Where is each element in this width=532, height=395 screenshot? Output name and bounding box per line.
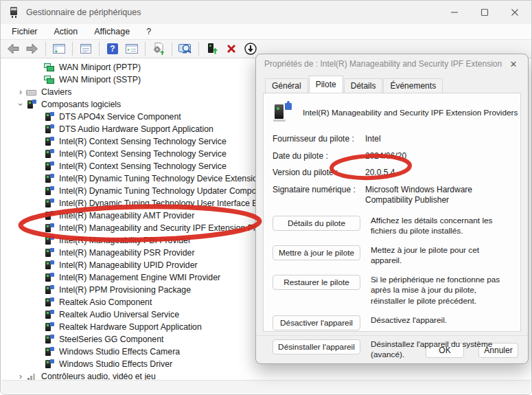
software-component-icon bbox=[44, 273, 55, 283]
field-label-version: Version du pilote : bbox=[273, 168, 365, 179]
dialog-title: Propriétés de : Intel(R) Manageability a… bbox=[264, 59, 505, 69]
back-icon[interactable] bbox=[5, 41, 21, 56]
tree-item-label: Intel(R) Management Engine WMI Provider bbox=[59, 273, 220, 282]
driver-tab-pane: Intel(R) Manageability and Security IPF … bbox=[263, 93, 521, 332]
tree-item-label: Intel(R) PPM Provisioning Package bbox=[59, 285, 191, 295]
disable-device-description: Désactivez l'appareil. bbox=[371, 315, 512, 326]
status-bar bbox=[1, 380, 531, 394]
maximize-icon[interactable] bbox=[479, 7, 490, 18]
device-header: Intel(R) Manageability and Security IPF … bbox=[273, 103, 512, 122]
software-component-icon bbox=[44, 347, 55, 357]
network-adapter-icon bbox=[44, 63, 55, 73]
toolbar-separator bbox=[145, 42, 146, 56]
software-component-icon bbox=[44, 335, 55, 345]
tab-general[interactable]: Général bbox=[265, 78, 308, 93]
list-view-icon[interactable] bbox=[124, 41, 140, 56]
software-component-icon bbox=[44, 199, 55, 209]
title-bar: Gestionnaire de périphériques bbox=[1, 1, 531, 24]
field-label-signataire: Signataire numérique : bbox=[273, 185, 365, 206]
tab-evenements[interactable]: Événements bbox=[383, 78, 443, 93]
menu-fichier[interactable]: Fichier bbox=[3, 25, 46, 38]
toolbar-separator bbox=[45, 42, 46, 56]
action-row: Détails du pilote Affichez les détails c… bbox=[273, 216, 512, 236]
menu-help[interactable]: ? bbox=[138, 25, 159, 38]
field-value-date: 2024/06/20 bbox=[365, 151, 512, 162]
driver-details-description: Affichez les détails concernant les fich… bbox=[371, 216, 512, 236]
software-component-icon bbox=[44, 211, 55, 221]
menu-action[interactable]: Action bbox=[46, 25, 86, 38]
software-component-icon bbox=[44, 149, 55, 159]
update-driver-button[interactable]: Mettre à jour le pilote bbox=[273, 245, 360, 260]
menu-affichage[interactable]: Affichage bbox=[86, 25, 138, 38]
tree-item-label: Realtek Asio Component bbox=[59, 297, 152, 307]
tree-item-label: Intel(R) Dynamic Tuning Technology Devic… bbox=[59, 174, 270, 183]
scan-hardware-changes-icon[interactable] bbox=[150, 41, 167, 56]
software-component-icon bbox=[44, 322, 55, 332]
field-label-fournisseur: Fournisseur du pilote : bbox=[273, 134, 365, 145]
chevron-collapsed-icon[interactable]: › bbox=[15, 87, 26, 97]
software-component-icon bbox=[44, 297, 55, 308]
uninstall-device-button[interactable]: Désinstaller l'appareil bbox=[273, 339, 360, 354]
driver-actions: Détails du pilote Affichez les détails c… bbox=[273, 216, 512, 360]
dialog-tabs: Général Pilote Détails Événements bbox=[265, 76, 443, 93]
software-component-icon bbox=[44, 359, 55, 370]
software-component-icon bbox=[26, 100, 37, 110]
software-component-icon bbox=[44, 310, 55, 320]
field-label-date: Date du pilote : bbox=[273, 151, 365, 162]
software-component-icon bbox=[44, 236, 55, 246]
forward-icon[interactable] bbox=[24, 41, 41, 56]
update-driver-icon[interactable] bbox=[204, 41, 220, 56]
uninstall-device-icon[interactable] bbox=[223, 41, 240, 56]
driver-fields: Fournisseur du pilote : Intel Date du pi… bbox=[273, 134, 512, 206]
window-controls bbox=[449, 7, 523, 18]
tree-item-label: Intel(R) Context Sensing Technology Serv… bbox=[59, 161, 227, 171]
tab-pilote[interactable]: Pilote bbox=[309, 76, 343, 93]
tree-item-label: Intel(R) Manageability UPID Provider bbox=[59, 260, 198, 270]
keyboard-icon bbox=[26, 87, 37, 98]
toolbar-separator bbox=[99, 42, 100, 56]
tree-item-label: Windows Studio Effects Driver bbox=[59, 359, 172, 369]
action-row: Mettre à jour le pilote Mettez à jour le… bbox=[273, 245, 512, 266]
uninstall-device-description: Désinstallez l'appareil du système (avan… bbox=[371, 339, 512, 360]
field-value-signataire: Microsoft Windows Hardware Compatibility… bbox=[365, 185, 512, 206]
chevron-expanded-icon[interactable]: › bbox=[16, 99, 25, 110]
tree-item-label: Intel(R) Manageability PBI Provider bbox=[59, 236, 191, 245]
software-component-icon bbox=[44, 260, 55, 271]
device-name: Intel(R) Manageability and Security IPF … bbox=[303, 108, 518, 117]
window-title: Gestionnaire de périphériques bbox=[26, 8, 141, 17]
update-driver-description: Mettez à jour le pilote pour cet apparei… bbox=[371, 245, 512, 266]
driver-details-button[interactable]: Détails du pilote bbox=[273, 216, 360, 231]
svg-text:?: ? bbox=[110, 44, 115, 54]
tree-item-label: DTS APO4x Service Component bbox=[59, 112, 181, 122]
tree-item[interactable]: ›Contrôleurs audio, vidéo et jeu bbox=[1, 370, 531, 381]
software-component-icon bbox=[44, 248, 55, 258]
software-component-icon bbox=[44, 112, 55, 122]
properties-icon[interactable] bbox=[78, 41, 94, 56]
show-console-tree-icon[interactable] bbox=[51, 41, 67, 56]
tree-item-label: SteelSeries GG Component bbox=[59, 335, 163, 344]
toolbar-separator bbox=[172, 42, 172, 56]
tree-item-label: Intel(R) Dynamic Tuning Technology User … bbox=[59, 199, 269, 208]
minimize-icon[interactable] bbox=[449, 7, 460, 18]
software-component-icon bbox=[44, 174, 55, 184]
action-row: Désinstaller l'appareil Désinstallez l'a… bbox=[273, 339, 512, 360]
search-computer-icon[interactable] bbox=[177, 41, 194, 56]
tree-item-label: Realtek Audio Universal Service bbox=[59, 310, 179, 319]
software-component-icon bbox=[44, 137, 55, 147]
tree-item-label: Intel(R) Dynamic Tuning Technology Updat… bbox=[59, 186, 266, 196]
properties-dialog: Propriétés de : Intel(R) Manageability a… bbox=[255, 54, 529, 364]
disable-device-button[interactable]: Désactiver l'appareil bbox=[273, 315, 360, 330]
tab-details[interactable]: Détails bbox=[344, 78, 383, 93]
device-manager-app-icon bbox=[9, 7, 19, 18]
roll-back-driver-button[interactable]: Restaurer le pilote bbox=[273, 275, 360, 290]
tree-item-label: Claviers bbox=[41, 87, 71, 97]
audio-video-game-icon bbox=[26, 372, 37, 381]
tree-item-label: Realtek Hardware Support Application bbox=[59, 322, 202, 332]
dialog-close-icon[interactable]: ✕ bbox=[507, 58, 520, 70]
action-row: Restaurer le pilote Si le périphérique n… bbox=[273, 275, 512, 306]
close-icon[interactable] bbox=[509, 7, 520, 18]
help-icon[interactable]: ? bbox=[104, 41, 121, 56]
tree-item-label: WAN Miniport (SSTP) bbox=[59, 75, 141, 84]
software-component-icon bbox=[44, 124, 55, 135]
network-adapter-icon bbox=[44, 75, 55, 85]
